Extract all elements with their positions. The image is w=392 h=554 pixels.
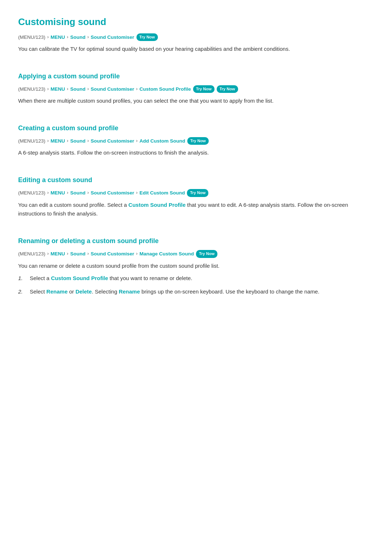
try-now-badge-applying-2[interactable]: Try Now	[217, 85, 238, 93]
list-item-1: 1. Select a Custom Sound Profile that yo…	[18, 274, 374, 283]
bc-c-sound[interactable]: Sound	[70, 137, 85, 145]
bc-a-arrow-2: ›	[87, 85, 89, 93]
list-content-1: Select a Custom Sound Profile that you w…	[30, 274, 374, 283]
creating-description: A 6-step analysis starts. Follow the on-…	[18, 148, 374, 157]
list-1-profile-link[interactable]: Custom Sound Profile	[51, 275, 108, 281]
bc-c-menu[interactable]: MENU	[50, 137, 65, 145]
bc-r-0: (MENU/123)	[18, 250, 45, 258]
intro-breadcrumb: (MENU/123) › MENU › Sound › Sound Custom…	[18, 33, 374, 41]
breadcrumb-sound-0[interactable]: Sound	[70, 33, 85, 41]
bc-r-customiser[interactable]: Sound Customiser	[91, 250, 134, 258]
breadcrumb-editing: (MENU/123) › MENU › Sound › Sound Custom…	[18, 189, 374, 197]
breadcrumb-renaming: (MENU/123) › MENU › Sound › Sound Custom…	[18, 250, 374, 258]
section-title-editing: Editing a custom sound	[18, 175, 374, 185]
breadcrumb-sound-customiser-0[interactable]: Sound Customiser	[91, 33, 134, 41]
section-creating: Creating a custom sound profile (MENU/12…	[18, 119, 374, 157]
breadcrumb-part-0: (MENU/123)	[18, 33, 45, 41]
section-title-applying: Applying a custom sound profile	[18, 71, 374, 82]
section-title-renaming: Renaming or deleting a custom sound prof…	[18, 236, 374, 246]
bc-e-arrow-1: ›	[67, 189, 68, 197]
renaming-description: You can rename or delete a custom sound …	[18, 262, 374, 271]
bc-e-arrow-2: ›	[87, 189, 89, 197]
breadcrumb-creating: (MENU/123) › MENU › Sound › Sound Custom…	[18, 137, 374, 145]
bc-r-manage[interactable]: Manage Custom Sound	[139, 250, 194, 258]
section-applying: Applying a custom sound profile (MENU/12…	[18, 67, 374, 106]
bc-a-sound[interactable]: Sound	[70, 85, 85, 93]
bc-e-menu[interactable]: MENU	[50, 189, 65, 197]
breadcrumb-arrow-2: ›	[87, 33, 89, 41]
bc-a-0: (MENU/123)	[18, 85, 45, 93]
bc-a-arrow-3: ›	[136, 85, 138, 93]
bc-c-add[interactable]: Add Custom Sound	[139, 137, 185, 145]
bc-r-arrow-1: ›	[67, 250, 68, 258]
section-editing: Editing a custom sound (MENU/123) › MENU…	[18, 171, 374, 218]
section-title-creating: Creating a custom sound profile	[18, 123, 374, 134]
bc-c-arrow-1: ›	[67, 137, 68, 145]
bc-r-arrow-2: ›	[87, 250, 89, 258]
try-now-badge-editing[interactable]: Try Now	[187, 189, 208, 197]
bc-e-edit[interactable]: Edit Custom Sound	[139, 189, 185, 197]
try-now-badge-intro[interactable]: Try Now	[136, 33, 158, 41]
section-renaming: Renaming or deleting a custom sound prof…	[18, 232, 374, 296]
bc-a-menu[interactable]: MENU	[50, 85, 65, 93]
applying-description: When there are multiple custom sound pro…	[18, 97, 374, 106]
bc-c-customiser[interactable]: Sound Customiser	[91, 137, 134, 145]
bc-a-customiser[interactable]: Sound Customiser	[91, 85, 134, 93]
bc-e-0: (MENU/123)	[18, 189, 45, 197]
breadcrumb-menu-0[interactable]: MENU	[50, 33, 65, 41]
intro-description: You can calibrate the TV for optimal sou…	[18, 45, 374, 54]
editing-description: You can edit a custom sound profile. Sel…	[18, 201, 374, 219]
bc-c-arrow-3: ›	[136, 137, 138, 145]
try-now-badge-applying-1[interactable]: Try Now	[193, 85, 215, 93]
try-now-badge-creating[interactable]: Try Now	[187, 137, 209, 145]
list-2-rename-link[interactable]: Rename	[46, 288, 68, 295]
bc-e-sound[interactable]: Sound	[70, 189, 85, 197]
list-number-1: 1.	[18, 274, 30, 283]
renaming-list: 1. Select a Custom Sound Profile that yo…	[18, 274, 374, 296]
try-now-badge-renaming[interactable]: Try Now	[196, 250, 217, 258]
bc-e-arrow-3: ›	[136, 189, 138, 197]
bc-r-sound[interactable]: Sound	[70, 250, 85, 258]
bc-e-arrow-0: ›	[47, 189, 49, 197]
editing-profile-link[interactable]: Custom Sound Profile	[128, 202, 186, 208]
bc-e-customiser[interactable]: Sound Customiser	[91, 189, 134, 197]
bc-c-arrow-2: ›	[87, 137, 89, 145]
breadcrumb-applying: (MENU/123) › MENU › Sound › Sound Custom…	[18, 85, 374, 93]
bc-a-arrow-1: ›	[67, 85, 68, 93]
list-2-rename-link-2[interactable]: Rename	[119, 288, 140, 295]
list-2-delete-link[interactable]: Delete	[75, 288, 92, 295]
list-item-2: 2. Select Rename or Delete. Selecting Re…	[18, 287, 374, 296]
bc-r-menu[interactable]: MENU	[50, 250, 65, 258]
breadcrumb-arrow-0: ›	[47, 33, 49, 41]
bc-a-profile[interactable]: Custom Sound Profile	[139, 85, 191, 93]
bc-c-0: (MENU/123)	[18, 137, 45, 145]
bc-r-arrow-0: ›	[47, 250, 49, 258]
bc-c-arrow-0: ›	[47, 137, 49, 145]
page-title: Customising sound	[18, 15, 374, 30]
list-number-2: 2.	[18, 287, 30, 296]
list-content-2: Select Rename or Delete. Selecting Renam…	[30, 287, 374, 296]
breadcrumb-arrow-1: ›	[67, 33, 68, 41]
bc-a-arrow-0: ›	[47, 85, 49, 93]
bc-r-arrow-3: ›	[136, 250, 138, 258]
